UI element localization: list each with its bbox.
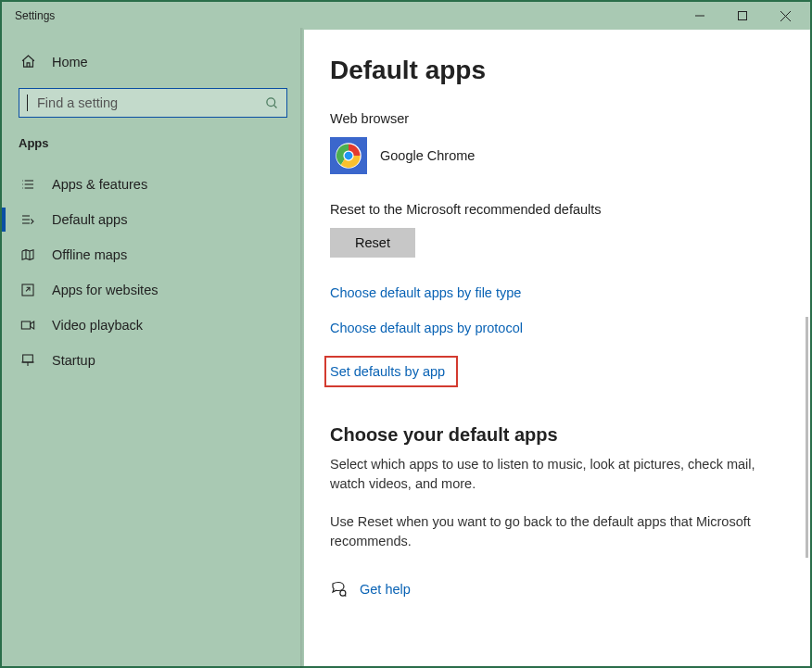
sidebar-home-label: Home — [52, 55, 88, 69]
sidebar-item-offline-maps[interactable]: Offline maps — [2, 237, 304, 272]
sidebar-home[interactable]: Home — [2, 46, 304, 79]
video-icon — [19, 318, 37, 333]
search-box[interactable] — [19, 88, 287, 118]
choose-paragraph-2: Use Reset when you want to go back to th… — [330, 512, 784, 551]
link-default-by-file-type[interactable]: Choose default apps by file type — [330, 285, 784, 300]
web-browser-label: Web browser — [330, 111, 784, 126]
search-wrapper — [19, 88, 287, 118]
sidebar-nav: Apps & features Default apps Offline map… — [2, 167, 304, 378]
list-icon — [19, 177, 37, 192]
sidebar-group-label: Apps — [2, 131, 304, 167]
highlight-box: Set defaults by app — [324, 356, 458, 387]
reset-label: Reset to the Microsoft recommended defau… — [330, 202, 784, 217]
window-title: Settings — [6, 9, 55, 22]
sidebar-item-apps-features[interactable]: Apps & features — [2, 167, 304, 202]
svg-marker-19 — [31, 321, 34, 329]
sidebar-item-label: Apps & features — [52, 177, 147, 192]
sidebar-item-label: Video playback — [52, 318, 143, 333]
home-icon — [19, 54, 37, 69]
startup-icon — [19, 353, 37, 368]
help-row: Get help — [330, 581, 784, 598]
sidebar-item-video-playback[interactable]: Video playback — [2, 308, 304, 343]
maximize-button[interactable] — [721, 2, 764, 30]
svg-point-25 — [345, 152, 353, 160]
svg-rect-20 — [23, 355, 33, 362]
sidebar-item-label: Startup — [52, 353, 95, 368]
sidebar-item-label: Offline maps — [52, 247, 127, 262]
help-icon — [330, 581, 347, 598]
link-default-by-protocol[interactable]: Choose default apps by protocol — [330, 321, 784, 335]
sidebar-item-apps-websites[interactable]: Apps for websites — [2, 272, 304, 308]
svg-point-26 — [340, 590, 346, 596]
close-button[interactable] — [764, 2, 806, 30]
web-browser-app-row[interactable]: Google Chrome — [330, 137, 784, 174]
sidebar-item-label: Apps for websites — [52, 283, 158, 297]
reset-button[interactable]: Reset — [330, 228, 415, 258]
svg-rect-1 — [739, 12, 747, 20]
sidebar: Home Apps Apps & features — [2, 30, 304, 666]
search-icon — [265, 96, 279, 110]
open-icon — [19, 283, 37, 297]
svg-line-5 — [273, 105, 276, 107]
sidebar-item-default-apps[interactable]: Default apps — [2, 202, 304, 237]
choose-paragraph-1: Select which apps to use to listen to mu… — [330, 455, 784, 494]
web-browser-app-name: Google Chrome — [380, 148, 475, 163]
get-help-link[interactable]: Get help — [360, 582, 411, 597]
default-apps-icon — [19, 212, 37, 227]
map-icon — [19, 247, 37, 262]
search-input[interactable] — [37, 95, 258, 110]
minimize-button[interactable] — [679, 2, 721, 30]
choose-heading: Choose your default apps — [330, 424, 784, 446]
svg-rect-18 — [21, 321, 30, 329]
text-cursor — [27, 95, 28, 111]
chrome-icon — [330, 137, 367, 174]
page-title: Default apps — [330, 56, 784, 85]
scrollbar[interactable] — [806, 317, 808, 558]
sidebar-item-startup[interactable]: Startup — [2, 343, 304, 378]
sidebar-item-label: Default apps — [52, 212, 127, 227]
main-content: Default apps Web browser Google Chrome R… — [304, 30, 810, 666]
svg-line-27 — [345, 595, 346, 596]
link-set-defaults-by-app[interactable]: Set defaults by app — [330, 364, 445, 379]
svg-point-4 — [267, 97, 275, 106]
titlebar: Settings — [2, 2, 810, 30]
